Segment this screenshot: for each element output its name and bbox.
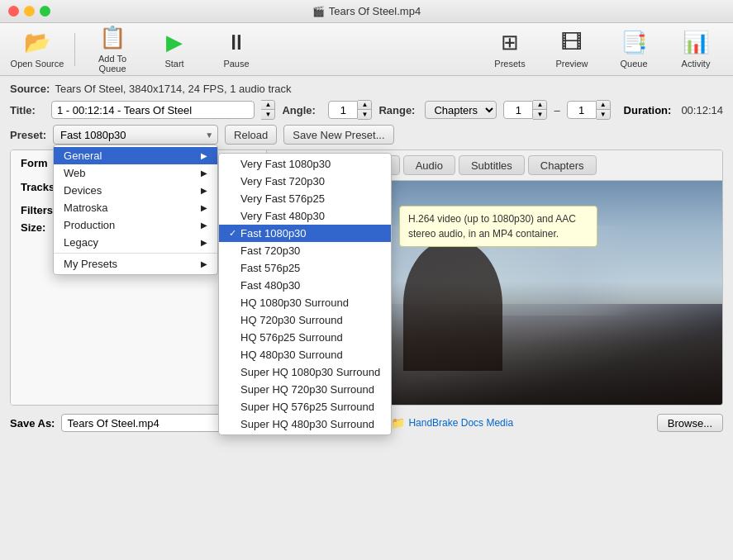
open-source-button[interactable]: 📂 Open Source	[8, 26, 66, 73]
duration-label: Duration:	[624, 104, 672, 116]
title-row: Title: ▲ ▼ Angle: ▲ ▼ Range: Chapters ▲ …	[10, 100, 723, 120]
dropdown-item-general[interactable]: General ▶	[54, 147, 217, 164]
submenu-arrow-icon: ▶	[201, 221, 207, 230]
dropdown-item-my-presets[interactable]: My Presets ▶	[54, 255, 217, 273]
title-label: Title:	[10, 104, 45, 116]
range-to-input[interactable]	[567, 101, 597, 119]
range-label: Range:	[378, 104, 418, 116]
submenu-item-vf480[interactable]: Very Fast 480p30	[219, 207, 391, 225]
submenu-arrow-icon: ▶	[201, 259, 207, 268]
window-controls[interactable]	[8, 6, 50, 17]
submenu-item-hq720[interactable]: HQ 720p30 Surround	[219, 311, 391, 329]
pause-button[interactable]: ⏸ Pause	[207, 26, 265, 73]
dropdown-separator	[54, 253, 217, 254]
preview-button[interactable]: 🎞 Preview	[543, 26, 601, 73]
start-icon: ▶	[166, 30, 183, 55]
activity-button[interactable]: 📊 Activity	[667, 26, 725, 73]
activity-icon: 📊	[683, 30, 709, 55]
tab-subtitles[interactable]: Subtitles	[459, 155, 525, 175]
close-button[interactable]	[8, 6, 19, 17]
submenu-arrow-icon: ▶	[201, 238, 207, 247]
preset-dropdown-menu: General ▶ Web ▶ Devices ▶ Matroska ▶ Pro…	[53, 145, 218, 275]
preset-label: Preset:	[10, 129, 46, 141]
tab-chapters[interactable]: Chapters	[528, 155, 597, 175]
range-to-stepper: ▲ ▼	[567, 100, 611, 120]
submenu-item-shq1080[interactable]: Super HQ 1080p30 Surround	[219, 363, 391, 381]
angle-stepper: ▲ ▼	[328, 100, 372, 120]
preset-dropdown-container: Fast 1080p30 ▼ General ▶ Web ▶ Devices ▶	[53, 125, 218, 145]
submenu-item-hq1080[interactable]: HQ 1080p30 Surround	[219, 294, 391, 311]
range-from-decrement[interactable]: ▼	[533, 110, 546, 119]
dropdown-item-legacy[interactable]: Legacy ▶	[54, 234, 217, 251]
toolbar: 📂 Open Source 📋 Add To Queue ▶ Start ⏸ P…	[0, 23, 733, 76]
submenu-arrow-icon: ▶	[201, 203, 207, 212]
preset-row: Preset: Fast 1080p30 ▼ General ▶ Web ▶	[10, 125, 723, 145]
submenu-item-f1080[interactable]: ✓ Fast 1080p30	[219, 225, 391, 242]
source-label: Source:	[10, 83, 50, 95]
dropdown-item-matroska[interactable]: Matroska ▶	[54, 199, 217, 216]
submenu-item-f576[interactable]: Fast 576p25	[219, 259, 391, 277]
range-from-increment[interactable]: ▲	[533, 101, 546, 110]
submenu-item-f480[interactable]: Fast 480p30	[219, 277, 391, 294]
range-type-select[interactable]: Chapters	[425, 101, 497, 119]
start-button[interactable]: ▶ Start	[145, 26, 203, 73]
range-separator: –	[554, 104, 559, 116]
submenu-arrow-icon: ▶	[201, 151, 207, 160]
submenu-arrow-icon: ▶	[201, 168, 207, 178]
range-from-input[interactable]	[503, 101, 533, 119]
toolbar-right: ⊞ Presets 🎞 Preview 📑 Queue 📊 Activity	[481, 26, 725, 73]
angle-increment[interactable]: ▲	[358, 101, 371, 110]
minimize-button[interactable]	[24, 6, 35, 17]
submenu-item-hq576[interactable]: HQ 576p25 Surround	[219, 329, 391, 346]
duration-value: 00:12:14	[681, 104, 723, 116]
preview-icon: 🎞	[561, 30, 583, 55]
pause-icon: ⏸	[226, 30, 247, 55]
range-to-increment[interactable]: ▲	[597, 101, 610, 110]
source-value: Tears Of Steel, 3840x1714, 24 FPS, 1 aud…	[55, 83, 291, 95]
submenu-item-shq720[interactable]: Super HQ 720p30 Surround	[219, 381, 391, 398]
title-bar: 🎬 Tears Of Steel.mp4	[0, 0, 733, 23]
save-as-label: Save As:	[10, 417, 55, 429]
maximize-button[interactable]	[40, 6, 50, 17]
source-line: Source: Tears Of Steel, 3840x1714, 24 FP…	[10, 83, 723, 95]
preset-select-wrapper: Fast 1080p30 ▼	[53, 125, 218, 145]
browse-button[interactable]: Browse...	[657, 414, 723, 432]
submenu-item-vf1080[interactable]: Very Fast 1080p30	[219, 155, 391, 173]
presets-icon: ⊞	[501, 30, 519, 55]
title-increment[interactable]: ▲	[261, 101, 274, 110]
title-stepper: ▲ ▼	[261, 100, 275, 120]
add-to-queue-button[interactable]: 📋 Add To Queue	[83, 26, 141, 73]
preset-tooltip: H.264 video (up to 1080p30) and AAC ster…	[399, 206, 597, 247]
submenu-item-shq576[interactable]: Super HQ 576p25 Surround	[219, 398, 391, 415]
preset-select[interactable]: Fast 1080p30	[53, 125, 218, 145]
window-title: 🎬 Tears Of Steel.mp4	[312, 5, 421, 17]
angle-input[interactable]	[328, 101, 358, 119]
general-submenu: Very Fast 1080p30 Very Fast 720p30 Very …	[218, 153, 392, 435]
title-input[interactable]	[51, 101, 255, 119]
submenu-item-hq480[interactable]: HQ 480p30 Surround	[219, 346, 391, 363]
submenu-arrow-icon: ▶	[201, 186, 207, 195]
queue-button[interactable]: 📑 Queue	[605, 26, 663, 73]
presets-button[interactable]: ⊞ Presets	[481, 26, 539, 73]
angle-decrement[interactable]: ▼	[358, 110, 371, 119]
encoded-label: HandBrake Docs Media	[408, 417, 513, 429]
folder-icon-2: 📁	[391, 416, 405, 429]
submenu-item-shq480[interactable]: Super HQ 480p30 Surround	[219, 415, 391, 433]
tab-audio[interactable]: Audio	[403, 155, 455, 175]
dropdown-item-production[interactable]: Production ▶	[54, 216, 217, 234]
save-new-preset-button[interactable]: Save New Preset...	[283, 125, 393, 145]
dropdown-item-web[interactable]: Web ▶	[54, 164, 217, 182]
title-decrement[interactable]: ▼	[261, 110, 274, 119]
film-icon: 🎬	[312, 6, 325, 17]
reload-button[interactable]: Reload	[225, 125, 277, 145]
range-from-stepper: ▲ ▼	[503, 100, 547, 120]
toolbar-separator	[74, 33, 75, 66]
range-to-decrement[interactable]: ▼	[597, 110, 610, 119]
dropdown-item-devices[interactable]: Devices ▶	[54, 182, 217, 199]
add-queue-icon: 📋	[99, 25, 126, 50]
submenu-item-f720[interactable]: Fast 720p30	[219, 242, 391, 259]
submenu-item-vf720[interactable]: Very Fast 720p30	[219, 173, 391, 190]
queue-icon: 📑	[621, 30, 647, 55]
submenu-item-vf576[interactable]: Very Fast 576p25	[219, 190, 391, 207]
open-source-icon: 📂	[24, 30, 50, 55]
